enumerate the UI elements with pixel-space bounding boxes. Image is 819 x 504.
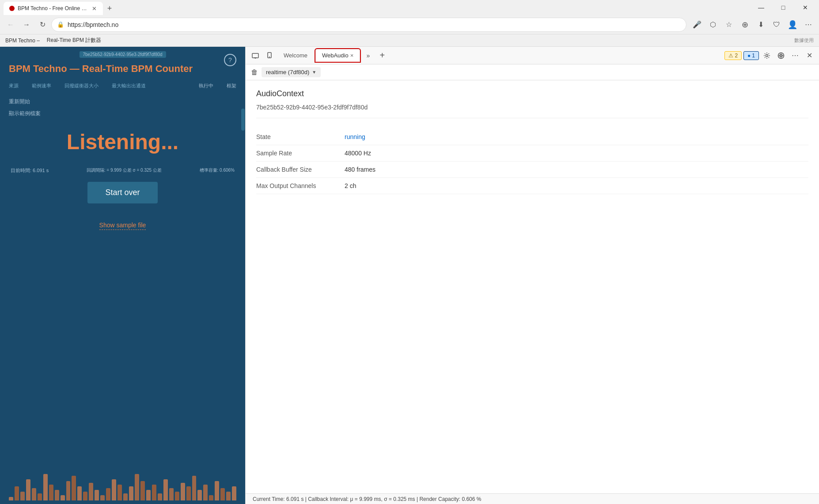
share-button[interactable]: ⬡ xyxy=(706,18,720,32)
tab-bar: BPM Techno - Free Online B... ✕ + xyxy=(4,0,751,15)
nav-actions: 🎤 ⬡ ☆ ⊕ ⬇ 🛡 👤 ⋯ xyxy=(690,18,815,32)
website-title: BPM Techno — Real-Time BPM Counter xyxy=(9,63,236,75)
wave-bar xyxy=(220,488,225,500)
maximize-button[interactable]: □ xyxy=(773,0,793,15)
restart-label: 重新開始 xyxy=(9,97,30,105)
bookmark-item-realtimebpm[interactable]: Real-Time BPM 計數器 xyxy=(47,37,102,44)
devtools-settings-button[interactable] xyxy=(761,49,773,62)
title-bar: BPM Techno - Free Online B... ✕ + — □ ✕ xyxy=(0,0,819,15)
address-bar[interactable]: 🔒 https://bpmtech.no xyxy=(51,18,686,32)
property-row: Max Output Channels2 ch xyxy=(256,178,808,194)
wave-bar xyxy=(192,476,197,500)
main-content: 7be25b52-92b9-4402-95e3-2fdf9f7df80d BPM… xyxy=(0,47,819,504)
meta-channels-label: 最大輸出出通道 xyxy=(112,83,146,89)
wave-bar xyxy=(129,486,133,500)
download-button[interactable]: ⬇ xyxy=(754,18,768,32)
devtools-close-button[interactable]: ✕ xyxy=(803,49,815,62)
tab-title: BPM Techno - Free Online B... xyxy=(18,5,88,11)
wave-bar xyxy=(89,483,93,500)
wave-bar xyxy=(83,492,87,500)
warning-badge[interactable]: ⚠ 2 xyxy=(724,51,742,60)
meta-status: 執行中 xyxy=(199,83,213,89)
tab-close-icon[interactable]: ✕ xyxy=(91,5,98,12)
svg-point-5 xyxy=(269,56,270,57)
wave-bar xyxy=(197,490,202,500)
help-icon[interactable]: ? xyxy=(224,54,236,66)
collections-button[interactable]: ⊕ xyxy=(738,18,752,32)
wave-bar xyxy=(100,495,105,500)
bookmarks-data-use: 數據使用 xyxy=(794,37,814,44)
context-label: realtime (7df80d) xyxy=(266,69,309,75)
property-name: Callback Buffer Size xyxy=(256,166,345,173)
back-button[interactable]: ← xyxy=(4,18,18,32)
more-tabs-icon[interactable]: » xyxy=(362,49,374,62)
profile-button[interactable]: 👤 xyxy=(785,18,800,32)
minimize-button[interactable]: — xyxy=(751,0,771,15)
meta-rate: 範例速率 xyxy=(32,83,51,89)
wave-bar xyxy=(232,486,236,500)
property-value: 480 frames xyxy=(345,166,375,173)
more-button[interactable]: ⋯ xyxy=(801,18,815,32)
tab-webaudio-close[interactable]: × xyxy=(350,52,354,59)
wave-bar xyxy=(15,486,19,500)
meta-buffer: 回撥緩衝器大小 xyxy=(64,83,99,89)
wave-bar xyxy=(61,495,65,500)
wave-bar xyxy=(181,483,185,500)
devtools-more-button[interactable]: ⋯ xyxy=(789,49,801,62)
wave-bar xyxy=(209,495,213,500)
wave-bar xyxy=(95,490,99,500)
wave-bar xyxy=(203,485,208,500)
wave-bar xyxy=(140,481,145,500)
nav-bar: ← → ↻ 🔒 https://bpmtech.no 🎤 ⬡ ☆ ⊕ ⬇ 🛡 👤… xyxy=(0,15,819,34)
bookmark-item-bpm[interactable]: BPM Techno – xyxy=(5,38,40,44)
title-bar-controls: — □ ✕ xyxy=(751,0,815,15)
wave-bar xyxy=(49,485,53,500)
wave-bar xyxy=(77,486,82,500)
property-row: Callback Buffer Size480 frames xyxy=(256,162,808,178)
context-selector[interactable]: realtime (7df80d) ▼ xyxy=(262,67,321,77)
shield-button[interactable]: 🛡 xyxy=(770,18,784,32)
mic-button[interactable]: 🎤 xyxy=(690,18,704,32)
property-row: Staterunning xyxy=(256,129,808,145)
wave-bar xyxy=(186,486,191,500)
new-tab-button[interactable]: + xyxy=(103,2,116,15)
tab-webaudio[interactable]: WebAudio × xyxy=(315,49,360,62)
audio-context-id: 7be25b52-92b9-4402-95e3-2fdf9f7df80d xyxy=(256,104,808,118)
close-button[interactable]: ✕ xyxy=(795,0,815,15)
browser-window: BPM Techno - Free Online B... ✕ + — □ ✕ … xyxy=(0,0,819,504)
wave-bar xyxy=(135,474,139,500)
website-meta: 來源 範例速率 回撥緩衝器大小 最大輸出出通道 執行中 框架 xyxy=(0,81,245,93)
show-sample-file-link[interactable]: Show sample file xyxy=(99,222,146,230)
wave-bar xyxy=(43,474,48,500)
info-icon: ● xyxy=(747,53,751,59)
warning-count: 2 xyxy=(735,53,738,59)
wave-bar xyxy=(55,490,59,500)
audio-context-title: AudioContext xyxy=(256,89,808,98)
tab-welcome[interactable]: Welcome xyxy=(277,49,314,61)
meta-buffer-label: 回撥緩衝器大小 xyxy=(64,83,99,89)
website-body: 重新開始 顯示範例檔案 Listening... 目前時間: 6.091 s 回… xyxy=(0,93,245,504)
show-sample-label: 顯示範例檔案 xyxy=(9,109,41,117)
devtools-network-button[interactable] xyxy=(775,49,787,62)
tab-favicon xyxy=(9,5,15,11)
info-badge[interactable]: ● 1 xyxy=(743,51,759,60)
listening-text: Listening... xyxy=(67,130,178,154)
devtools-panel: Welcome WebAudio × » + ⚠ 2 ● 1 xyxy=(245,47,819,504)
reload-button[interactable]: ↻ xyxy=(35,18,49,32)
start-over-button[interactable]: Start over xyxy=(87,182,157,203)
property-value: 48000 Hz xyxy=(345,150,371,157)
wave-bar xyxy=(169,488,174,500)
wave-bar xyxy=(163,479,168,500)
website-scrollbar[interactable] xyxy=(241,47,245,493)
active-tab[interactable]: BPM Techno - Free Online B... ✕ xyxy=(4,2,103,15)
favorites-button[interactable]: ☆ xyxy=(722,18,736,32)
add-tab-button[interactable]: + xyxy=(376,49,388,62)
screen-capture-icon[interactable] xyxy=(249,49,262,62)
forward-button[interactable]: → xyxy=(19,18,34,32)
properties-container: StaterunningSample Rate48000 HzCallback … xyxy=(256,129,808,194)
device-emulation-icon[interactable] xyxy=(263,49,276,62)
context-delete-icon[interactable]: 🗑 xyxy=(251,68,258,76)
property-value[interactable]: running xyxy=(345,133,365,140)
wave-bar xyxy=(72,476,76,500)
warning-icon: ⚠ xyxy=(728,53,733,59)
